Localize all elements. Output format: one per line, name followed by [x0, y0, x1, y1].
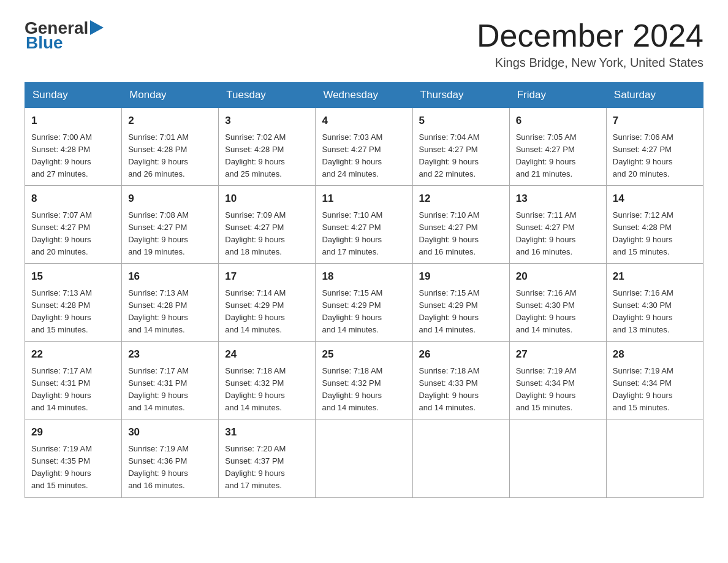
calendar-cell: 28 Sunrise: 7:19 AMSunset: 4:34 PMDaylig…	[606, 342, 703, 419]
calendar-week-2: 8 Sunrise: 7:07 AMSunset: 4:27 PMDayligh…	[25, 186, 703, 264]
logo-blue: Blue	[26, 33, 104, 53]
calendar-cell: 30 Sunrise: 7:19 AMSunset: 4:36 PMDaylig…	[122, 419, 219, 497]
day-info: Sunrise: 7:04 AMSunset: 4:27 PMDaylight:…	[419, 132, 480, 178]
day-of-week-saturday: Saturday	[606, 83, 703, 108]
day-info: Sunrise: 7:10 AMSunset: 4:27 PMDaylight:…	[322, 210, 382, 256]
day-info: Sunrise: 7:13 AMSunset: 4:28 PMDaylight:…	[128, 288, 189, 334]
day-info: Sunrise: 7:18 AMSunset: 4:32 PMDaylight:…	[225, 366, 286, 412]
day-number: 30	[128, 424, 212, 440]
day-number: 28	[613, 347, 697, 362]
day-number: 23	[128, 347, 212, 362]
day-info: Sunrise: 7:06 AMSunset: 4:27 PMDaylight:…	[613, 132, 673, 178]
day-info: Sunrise: 7:16 AMSunset: 4:30 PMDaylight:…	[613, 288, 673, 334]
calendar-cell: 22 Sunrise: 7:17 AMSunset: 4:31 PMDaylig…	[25, 342, 122, 419]
calendar-cell: 24 Sunrise: 7:18 AMSunset: 4:32 PMDaylig…	[219, 342, 316, 419]
day-info: Sunrise: 7:13 AMSunset: 4:28 PMDaylight:…	[31, 288, 92, 334]
calendar-cell	[412, 419, 509, 497]
calendar-cell: 19 Sunrise: 7:15 AMSunset: 4:29 PMDaylig…	[412, 264, 509, 342]
day-number: 2	[128, 113, 212, 129]
day-info: Sunrise: 7:05 AMSunset: 4:27 PMDaylight:…	[516, 132, 577, 178]
calendar-cell: 9 Sunrise: 7:08 AMSunset: 4:27 PMDayligh…	[122, 186, 219, 264]
day-info: Sunrise: 7:19 AMSunset: 4:35 PMDaylight:…	[31, 444, 92, 490]
day-number: 17	[225, 269, 309, 285]
calendar-header-row: SundayMondayTuesdayWednesdayThursdayFrid…	[25, 83, 703, 108]
day-number: 26	[419, 347, 503, 362]
day-number: 31	[225, 424, 309, 440]
day-number: 14	[613, 191, 697, 207]
day-info: Sunrise: 7:08 AMSunset: 4:27 PMDaylight:…	[128, 210, 189, 256]
day-info: Sunrise: 7:02 AMSunset: 4:28 PMDaylight:…	[225, 132, 286, 178]
calendar-cell: 23 Sunrise: 7:17 AMSunset: 4:31 PMDaylig…	[122, 342, 219, 419]
calendar-cell: 26 Sunrise: 7:18 AMSunset: 4:33 PMDaylig…	[412, 342, 509, 419]
day-of-week-friday: Friday	[509, 83, 606, 108]
calendar-cell: 4 Sunrise: 7:03 AMSunset: 4:27 PMDayligh…	[316, 108, 412, 186]
day-info: Sunrise: 7:00 AMSunset: 4:28 PMDaylight:…	[31, 132, 92, 178]
day-number: 1	[31, 113, 115, 129]
day-info: Sunrise: 7:07 AMSunset: 4:27 PMDaylight:…	[31, 210, 92, 256]
day-number: 15	[31, 269, 115, 285]
day-info: Sunrise: 7:19 AMSunset: 4:34 PMDaylight:…	[613, 366, 673, 412]
calendar-cell: 13 Sunrise: 7:11 AMSunset: 4:27 PMDaylig…	[509, 186, 606, 264]
day-number: 9	[128, 191, 212, 207]
day-number: 21	[613, 269, 697, 285]
month-title: December 2024	[477, 18, 703, 53]
day-number: 5	[419, 113, 503, 129]
day-info: Sunrise: 7:15 AMSunset: 4:29 PMDaylight:…	[419, 288, 480, 334]
calendar-cell: 1 Sunrise: 7:00 AMSunset: 4:28 PMDayligh…	[25, 108, 122, 186]
calendar-week-3: 15 Sunrise: 7:13 AMSunset: 4:28 PMDaylig…	[25, 264, 703, 342]
day-info: Sunrise: 7:03 AMSunset: 4:27 PMDaylight:…	[322, 132, 382, 178]
day-number: 8	[31, 191, 115, 207]
calendar-cell: 2 Sunrise: 7:01 AMSunset: 4:28 PMDayligh…	[122, 108, 219, 186]
day-number: 3	[225, 113, 309, 129]
day-of-week-sunday: Sunday	[25, 83, 122, 108]
calendar-cell: 25 Sunrise: 7:18 AMSunset: 4:32 PMDaylig…	[316, 342, 412, 419]
calendar-cell: 5 Sunrise: 7:04 AMSunset: 4:27 PMDayligh…	[412, 108, 509, 186]
title-block: December 2024 Kings Bridge, New York, Un…	[477, 18, 703, 70]
day-info: Sunrise: 7:18 AMSunset: 4:32 PMDaylight:…	[322, 366, 382, 412]
logo: General Blue	[25, 18, 104, 53]
location: Kings Bridge, New York, United States	[477, 56, 703, 70]
day-of-week-tuesday: Tuesday	[219, 83, 316, 108]
day-info: Sunrise: 7:15 AMSunset: 4:29 PMDaylight:…	[322, 288, 382, 334]
calendar-cell: 12 Sunrise: 7:10 AMSunset: 4:27 PMDaylig…	[412, 186, 509, 264]
day-number: 24	[225, 347, 309, 362]
day-info: Sunrise: 7:01 AMSunset: 4:28 PMDaylight:…	[128, 132, 189, 178]
calendar-cell	[606, 419, 703, 497]
calendar-cell: 29 Sunrise: 7:19 AMSunset: 4:35 PMDaylig…	[25, 419, 122, 497]
day-info: Sunrise: 7:12 AMSunset: 4:28 PMDaylight:…	[613, 210, 673, 256]
day-number: 6	[516, 113, 600, 129]
day-info: Sunrise: 7:09 AMSunset: 4:27 PMDaylight:…	[225, 210, 286, 256]
calendar-cell	[316, 419, 412, 497]
day-info: Sunrise: 7:11 AMSunset: 4:27 PMDaylight:…	[516, 210, 577, 256]
calendar-cell: 3 Sunrise: 7:02 AMSunset: 4:28 PMDayligh…	[219, 108, 316, 186]
calendar-cell: 21 Sunrise: 7:16 AMSunset: 4:30 PMDaylig…	[606, 264, 703, 342]
day-number: 19	[419, 269, 503, 285]
day-number: 11	[322, 191, 406, 207]
day-info: Sunrise: 7:19 AMSunset: 4:36 PMDaylight:…	[128, 444, 189, 490]
day-number: 29	[31, 424, 115, 440]
calendar-cell: 10 Sunrise: 7:09 AMSunset: 4:27 PMDaylig…	[219, 186, 316, 264]
calendar-cell: 16 Sunrise: 7:13 AMSunset: 4:28 PMDaylig…	[122, 264, 219, 342]
calendar-cell: 6 Sunrise: 7:05 AMSunset: 4:27 PMDayligh…	[509, 108, 606, 186]
day-number: 4	[322, 113, 406, 129]
day-number: 20	[516, 269, 600, 285]
calendar-week-4: 22 Sunrise: 7:17 AMSunset: 4:31 PMDaylig…	[25, 342, 703, 419]
day-info: Sunrise: 7:20 AMSunset: 4:37 PMDaylight:…	[225, 444, 286, 490]
day-info: Sunrise: 7:18 AMSunset: 4:33 PMDaylight:…	[419, 366, 480, 412]
day-info: Sunrise: 7:10 AMSunset: 4:27 PMDaylight:…	[419, 210, 480, 256]
calendar-cell: 18 Sunrise: 7:15 AMSunset: 4:29 PMDaylig…	[316, 264, 412, 342]
day-info: Sunrise: 7:17 AMSunset: 4:31 PMDaylight:…	[128, 366, 189, 412]
day-number: 18	[322, 269, 406, 285]
calendar-cell: 7 Sunrise: 7:06 AMSunset: 4:27 PMDayligh…	[606, 108, 703, 186]
day-number: 25	[322, 347, 406, 362]
day-info: Sunrise: 7:19 AMSunset: 4:34 PMDaylight:…	[516, 366, 577, 412]
calendar-cell: 8 Sunrise: 7:07 AMSunset: 4:27 PMDayligh…	[25, 186, 122, 264]
page-header: General Blue December 2024 Kings Bridge,…	[25, 18, 703, 70]
calendar-table: SundayMondayTuesdayWednesdayThursdayFrid…	[25, 82, 703, 497]
day-number: 10	[225, 191, 309, 207]
day-of-week-thursday: Thursday	[412, 83, 509, 108]
day-number: 12	[419, 191, 503, 207]
calendar-cell: 27 Sunrise: 7:19 AMSunset: 4:34 PMDaylig…	[509, 342, 606, 419]
calendar-cell: 31 Sunrise: 7:20 AMSunset: 4:37 PMDaylig…	[219, 419, 316, 497]
day-of-week-monday: Monday	[122, 83, 219, 108]
